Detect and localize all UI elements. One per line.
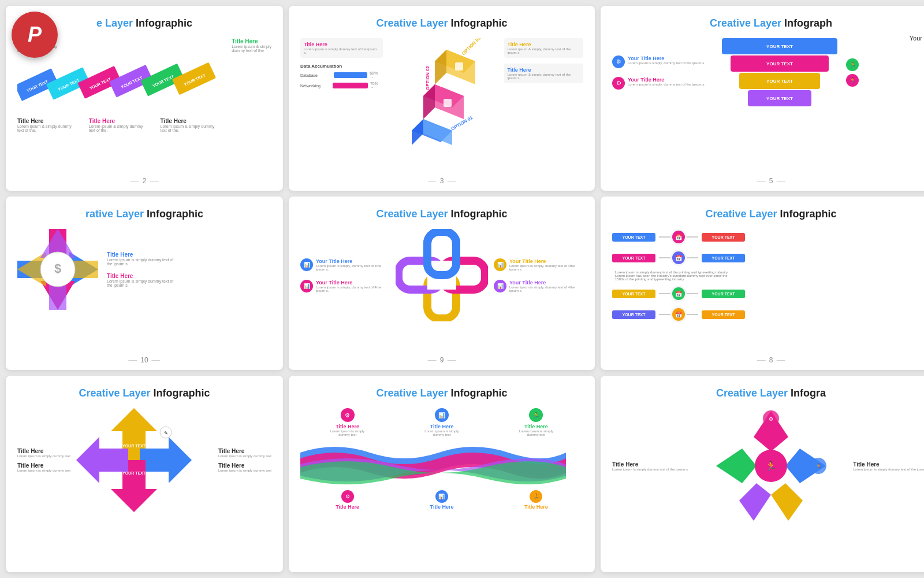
ribbon-svg: YOUR TEXT YOUR TEXT YOUR TEXT YOUR TEXT xyxy=(17,57,248,115)
timeline-row-1: YOUR TEXT 📅 YOUR TEXT xyxy=(612,229,924,245)
slide-11[interactable]: Creative Layer Infographic Title Here Lo… xyxy=(6,376,283,572)
svg-text:OPTION 02: OPTION 02 xyxy=(425,66,430,90)
slide11-labels-left: Title Here Lorem ipsum is simply dummy t… xyxy=(17,448,70,472)
slide-12-title: Creative Layer Infographic xyxy=(300,387,583,399)
slide-10[interactable]: rative Layer Infographic $ xyxy=(6,197,283,370)
slide-8-number: 8 xyxy=(757,356,785,364)
slide5-funnel: YOUR TEXT YOUR TEXT YOUR TEXT YOUR TEXT xyxy=(722,38,837,106)
slide-9[interactable]: Creative Layer Infographic 📊 Your Title … xyxy=(289,197,595,370)
slide-12[interactable]: Creative Layer Infographic ⚙ Title Here … xyxy=(289,376,595,572)
slide2-bottom-label-3: Title Here Lorem ipsum & simply dummy te… xyxy=(161,118,215,132)
slide13-graphic: 🏃 ⚙ 🏃 xyxy=(695,408,848,524)
svg-text:YOUR TEXT: YOUR TEXT xyxy=(122,471,146,475)
slide-10-title: rative Layer Infographic xyxy=(17,208,271,220)
slide5-right-icons: 🏃 🏃 xyxy=(846,58,859,87)
slide8-timeline: YOUR TEXT 📅 YOUR TEXT YOUR TEXT 📅 xyxy=(612,229,924,323)
svg-rect-24 xyxy=(455,62,463,71)
svg-marker-41 xyxy=(76,437,128,483)
slide9-right: 📊 Your Title Here Lorem ipsum is simply,… xyxy=(494,258,583,292)
svg-text:$: $ xyxy=(54,261,61,276)
svg-text:OPTION 03: OPTION 03 xyxy=(461,38,482,56)
slide-5[interactable]: Creative Layer Infograph ⚙ Your Title He… xyxy=(601,6,924,191)
slide2-label-2: Title Here Lorem ipsum & simply dummy te… xyxy=(232,38,271,53)
slide-3-title: Creative Layer Infographic xyxy=(300,17,583,29)
slide-5-number: 5 xyxy=(757,177,785,185)
svg-text:✎: ✎ xyxy=(164,431,168,436)
svg-marker-39 xyxy=(140,437,192,483)
slide-2-number: 2 xyxy=(131,177,159,185)
svg-rect-25 xyxy=(444,99,452,107)
timeline-row-3: YOUR TEXT 📅 YOUR TEXT xyxy=(612,286,924,302)
slide8-desc: Lorem ipsum is simply dummy text of the … xyxy=(615,271,731,281)
svg-marker-23 xyxy=(423,119,452,145)
slide9-left: 📊 Your Title Here Lorem ipsum is simply,… xyxy=(300,258,390,292)
slide11-labels-right: Title Here Lorem ipsum is simply dummy t… xyxy=(218,448,271,472)
slide3-right-labels: Title Here Lorem ipsum & simply, dummy t… xyxy=(504,38,583,83)
svg-marker-49 xyxy=(771,483,803,521)
slide3-info-box: Title Here Lorem ipsum is simply dummy t… xyxy=(300,38,383,58)
timeline-row-4: YOUR TEXT 📅 YOUR TEXT xyxy=(612,306,924,323)
powerpoint-logo: P xyxy=(12,12,58,58)
slide13-label-left: Title Here Lorem ipsum is simply dummy t… xyxy=(612,461,689,471)
slide-13[interactable]: Creative Layer Infogra Title Here Lorem … xyxy=(601,376,924,572)
slide12-bottom-labels: ⚙ Title Here 📊 Title Here 🏃 Title Here xyxy=(300,490,583,510)
slide-8[interactable]: Creative Layer Infographic YOUR TEXT 📅 Y… xyxy=(601,197,924,370)
slide-3-number: 3 xyxy=(428,177,456,185)
svg-marker-51 xyxy=(716,449,757,483)
slide-3[interactable]: Creative Layer Infographic Title Here Lo… xyxy=(289,6,595,191)
slide5-left: ⚙ Your Title Here Lorem ipsum is simply,… xyxy=(612,55,716,90)
slide-8-title: Creative Layer Infographic xyxy=(612,208,924,220)
svg-text:🏃: 🏃 xyxy=(815,463,822,470)
logo-letter: P xyxy=(28,23,42,47)
svg-text:⚙: ⚙ xyxy=(769,416,773,422)
slide-11-title: Creative Layer Infographic xyxy=(17,387,271,399)
svg-text:🏃: 🏃 xyxy=(765,461,777,472)
slide-10-number: 10 xyxy=(128,356,160,364)
slide13-label-right: Title Here Lorem ipsum is simply dummy t… xyxy=(853,461,924,471)
slide11-graphic: YOUR TEXT YOUR TEXT ✎ xyxy=(76,408,213,512)
slide-9-title: Creative Layer Infographic xyxy=(300,208,583,220)
slide2-bottom-label-2: Title Here Lorem ipsum & simply dummy te… xyxy=(89,118,143,132)
slide-9-number: 9 xyxy=(428,356,456,364)
slide3-chart: Data Accumulation Database 68% → Network… xyxy=(300,64,383,90)
slide9-chain xyxy=(396,229,488,321)
svg-marker-22 xyxy=(412,119,423,145)
slide3-graphic: OPTION 03 OPTION 02 OPTION 01 xyxy=(389,38,498,148)
slide-5-title: Creative Layer Infograph xyxy=(612,17,924,29)
slide-13-title: Creative Layer Infogra xyxy=(612,387,924,399)
svg-marker-14 xyxy=(435,50,446,84)
svg-text:YOUR TEXT: YOUR TEXT xyxy=(122,444,146,448)
slides-grid: e Layer Infographic Title Here Lorem ips… xyxy=(0,0,924,578)
timeline-row-2: YOUR TEXT 📅 YOUR TEXT xyxy=(612,250,924,266)
slide2-bottom-label-1: Title Here Lorem ipsum & simply dummy te… xyxy=(17,118,72,132)
slide10-labels: Title Here Lorem ipsum is simply dummy t… xyxy=(107,251,176,287)
svg-marker-50 xyxy=(739,483,771,521)
slide12-top-labels: ⚙ Title Here Lorem ipsum is simply dummy… xyxy=(300,408,583,436)
slide10-graphic: $ xyxy=(17,229,98,310)
slide12-wave xyxy=(300,441,583,487)
slide5-your-text: Your Text xyxy=(910,35,924,42)
